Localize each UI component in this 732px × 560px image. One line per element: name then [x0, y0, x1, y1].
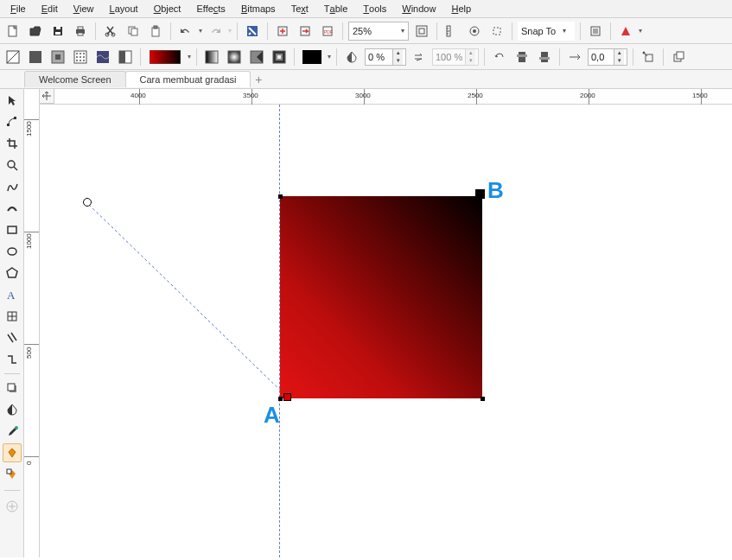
- redo-dropdown[interactable]: ▾: [228, 27, 232, 35]
- pick-tool-icon[interactable]: [3, 91, 22, 110]
- menu-effects[interactable]: Effects: [189, 2, 232, 16]
- crop-tool-icon[interactable]: [3, 134, 22, 153]
- smooth-icon[interactable]: [565, 48, 584, 67]
- guidelines-icon[interactable]: [487, 22, 506, 41]
- zoom-level-combo[interactable]: 25%▾: [348, 22, 409, 41]
- ruler-origin-icon[interactable]: [40, 89, 54, 104]
- launcher-icon[interactable]: [616, 22, 635, 41]
- conical-fountain-icon[interactable]: [247, 48, 266, 67]
- transparency-icon[interactable]: [342, 48, 361, 67]
- undo-dropdown[interactable]: ▾: [199, 27, 202, 35]
- snap-to-combo[interactable]: Snap To▾: [518, 22, 575, 41]
- no-fill-icon[interactable]: [3, 48, 22, 67]
- gradient-start-node[interactable]: [283, 393, 291, 401]
- selection-handle[interactable]: [278, 397, 283, 401]
- shape-tool-icon[interactable]: [3, 112, 22, 131]
- undo-icon[interactable]: [176, 22, 195, 41]
- selection-handle[interactable]: [481, 397, 485, 401]
- quick-customize-icon[interactable]: [3, 497, 22, 516]
- show-grid-icon[interactable]: [465, 22, 484, 41]
- menu-text[interactable]: Text: [284, 2, 315, 16]
- paste-icon[interactable]: [146, 22, 165, 41]
- menu-file[interactable]: File: [3, 2, 33, 16]
- fountain-fill-icon[interactable]: [48, 48, 67, 67]
- horizontal-ruler[interactable]: 4000 3500 3000 2500 2000 1500: [40, 89, 732, 105]
- menu-window[interactable]: Window: [395, 2, 442, 16]
- dimension-tool-icon[interactable]: [3, 328, 22, 347]
- table-tool-icon[interactable]: [3, 307, 22, 326]
- menu-tools[interactable]: Tools: [356, 2, 393, 16]
- menu-help[interactable]: Help: [444, 2, 478, 16]
- ellipse-tool-icon[interactable]: [3, 242, 22, 261]
- menu-edit[interactable]: Edit: [35, 2, 65, 16]
- zoom-tool-icon[interactable]: [3, 156, 22, 175]
- tab-add-button[interactable]: +: [250, 73, 267, 86]
- gradient-end-node[interactable]: [475, 189, 485, 199]
- acceleration-input[interactable]: 0,0▴▾: [588, 48, 627, 66]
- save-icon[interactable]: [48, 22, 67, 41]
- tab-welcome-screen[interactable]: Welcome Screen: [24, 71, 126, 87]
- copy-fill-icon[interactable]: [639, 48, 658, 67]
- artistic-media-icon[interactable]: [3, 199, 22, 218]
- search-content-icon[interactable]: [243, 22, 262, 41]
- freehand-tool-icon[interactable]: [3, 177, 22, 196]
- separator: [342, 22, 343, 40]
- launcher-dropdown[interactable]: ▾: [639, 27, 642, 35]
- selection-handle[interactable]: [278, 194, 283, 199]
- text-tool-icon[interactable]: A: [3, 285, 22, 304]
- tab-document[interactable]: Cara membuat gradasi: [125, 71, 251, 87]
- menu-bitmaps[interactable]: Bitmaps: [234, 2, 283, 16]
- svg-rect-52: [517, 54, 527, 57]
- rectangular-fountain-icon[interactable]: [270, 48, 289, 67]
- options-icon[interactable]: [586, 22, 605, 41]
- property-bar: ▾ ▾ 0 %▴▾ 100 %▴▾ 0,0▴▾: [0, 44, 732, 70]
- full-screen-icon[interactable]: [412, 22, 431, 41]
- export-icon[interactable]: [296, 22, 315, 41]
- menu-view[interactable]: View: [67, 2, 101, 16]
- menu-table[interactable]: Table: [317, 2, 355, 16]
- midpoint-input[interactable]: 100 %▴▾: [432, 48, 479, 66]
- elliptical-fountain-icon[interactable]: [225, 48, 244, 67]
- wrap1-icon[interactable]: [512, 48, 531, 67]
- drop-shadow-tool-icon[interactable]: [3, 379, 22, 398]
- print-icon[interactable]: [71, 22, 90, 41]
- svg-rect-59: [7, 124, 10, 126]
- pattern-fill-icon[interactable]: [71, 48, 90, 67]
- import-icon[interactable]: [273, 22, 292, 41]
- menu-layout[interactable]: Layout: [103, 2, 145, 16]
- open-icon[interactable]: [26, 22, 45, 41]
- gradient-rectangle-object[interactable]: [280, 196, 482, 398]
- texture-fill-icon[interactable]: [93, 48, 112, 67]
- smart-fill-tool-icon[interactable]: [3, 465, 22, 484]
- uniform-fill-icon[interactable]: [26, 48, 45, 67]
- free-scale-icon[interactable]: [490, 48, 509, 67]
- wrap2-icon[interactable]: [535, 48, 554, 67]
- rectangle-tool-icon[interactable]: [3, 220, 22, 239]
- node-color-dropdown[interactable]: ▾: [328, 53, 331, 60]
- separator: [196, 48, 197, 66]
- copy-icon[interactable]: [124, 22, 143, 41]
- fill-picker-swatch[interactable]: [146, 48, 184, 67]
- new-document-icon[interactable]: [3, 22, 22, 41]
- cut-icon[interactable]: [101, 22, 120, 41]
- interactive-fill-tool-icon[interactable]: [3, 443, 22, 462]
- rulers-icon[interactable]: [442, 22, 461, 41]
- connector-tool-icon[interactable]: [3, 350, 22, 369]
- gradient-center-handle[interactable]: [83, 198, 92, 207]
- redo-icon[interactable]: [206, 22, 225, 41]
- snap-to-label: Snap To: [521, 26, 556, 36]
- node-transparency-input[interactable]: 0 %▴▾: [365, 48, 406, 66]
- vertical-ruler[interactable]: 1500 1000 500 0: [24, 89, 40, 557]
- fill-picker-dropdown[interactable]: ▾: [188, 53, 191, 60]
- edit-fill-icon[interactable]: [669, 48, 688, 67]
- reverse-fill-icon[interactable]: [410, 48, 429, 67]
- menu-object[interactable]: Object: [147, 2, 188, 16]
- publish-pdf-icon[interactable]: PDF: [318, 22, 337, 41]
- linear-fountain-icon[interactable]: [202, 48, 221, 67]
- drawing-canvas[interactable]: A B: [40, 105, 732, 557]
- transparency-tool-icon[interactable]: [3, 400, 22, 419]
- postscript-fill-icon[interactable]: [116, 48, 135, 67]
- polygon-tool-icon[interactable]: [3, 264, 22, 283]
- node-color-swatch[interactable]: [300, 48, 324, 67]
- eyedropper-tool-icon[interactable]: [3, 422, 22, 441]
